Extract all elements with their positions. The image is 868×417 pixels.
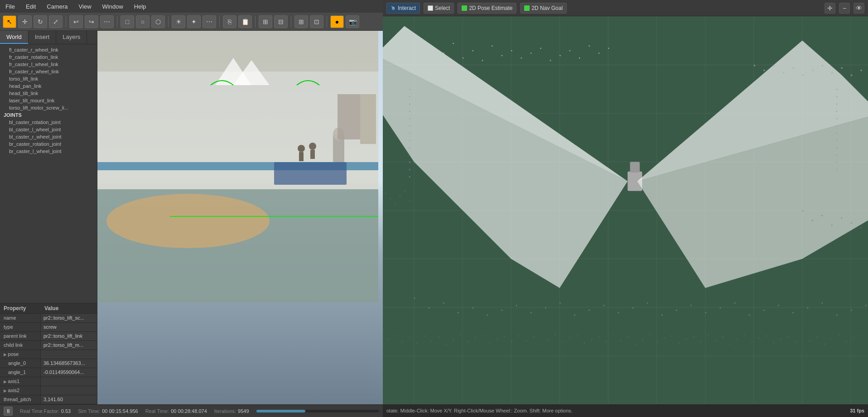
menu-window[interactable]: Window <box>101 2 125 11</box>
svg-rect-73 <box>530 312 531 313</box>
box-btn[interactable]: □ <box>121 15 134 28</box>
sidebar-tabs: World Insert Layers <box>0 31 97 44</box>
menu-edit[interactable]: Edit <box>24 2 38 11</box>
tab-layers[interactable]: Layers <box>56 31 87 44</box>
svg-rect-175 <box>851 222 852 223</box>
select-label: Select <box>435 5 450 11</box>
play-pause-btn[interactable]: ⏸ <box>4 407 13 416</box>
svg-rect-219 <box>802 75 804 76</box>
more-btn[interactable]: ⋯ <box>100 15 114 28</box>
prop-row-pose[interactable]: pose <box>0 350 97 359</box>
tree-item[interactable]: bl_caster_r_wheel_joint <box>0 133 97 140</box>
tree-item[interactable]: laser_tilt_mount_link <box>0 97 97 104</box>
grid-btn[interactable]: ⊞ <box>294 15 308 28</box>
svg-rect-188 <box>409 201 410 201</box>
tree-item[interactable]: bl_caster_rotation_joint <box>0 119 97 126</box>
prop-row-axis2[interactable]: axis2 <box>0 386 97 395</box>
redo-btn[interactable]: ↪ <box>85 15 98 28</box>
prop-row-axis1[interactable]: axis1 <box>0 377 97 386</box>
svg-rect-117 <box>504 336 505 337</box>
screenshot-btn[interactable]: 📷 <box>346 15 359 28</box>
paste-btn[interactable]: 📋 <box>238 15 252 28</box>
rotate-tool-btn[interactable]: ↻ <box>34 15 47 28</box>
svg-rect-157 <box>795 341 796 342</box>
tab-insert[interactable]: Insert <box>29 31 57 44</box>
svg-rect-156 <box>788 336 789 337</box>
svg-rect-172 <box>822 215 823 216</box>
rviz-pose-estimate-btn[interactable]: 2D Pose Estimate <box>458 3 516 14</box>
rviz-3d-view[interactable] <box>383 16 868 404</box>
align-btn[interactable]: ⊞ <box>259 15 272 28</box>
menu-file[interactable]: File <box>4 2 17 11</box>
svg-rect-153 <box>766 336 767 336</box>
svg-rect-67 <box>443 302 444 303</box>
point-light-btn[interactable]: ✦ <box>187 15 201 28</box>
tree-item[interactable]: fl_caster_r_wheel_link <box>0 46 97 53</box>
svg-rect-71 <box>502 310 502 311</box>
copy-btn[interactable]: ⎘ <box>223 15 236 28</box>
select-tool-btn[interactable]: ↖ <box>3 15 16 28</box>
wireframe-btn[interactable]: ⊡ <box>310 15 323 28</box>
tree-item[interactable]: head_pan_link <box>0 82 97 90</box>
rviz-settings-btn[interactable]: 👁 <box>854 3 864 14</box>
svg-rect-220 <box>812 70 813 71</box>
svg-rect-60 <box>569 50 570 51</box>
prop-row-type: type screw <box>0 323 97 332</box>
prop-val-child-link: pr2::torso_lift_m... <box>41 341 97 350</box>
rviz-nav-goal-btn[interactable]: 2D Nav Goal <box>520 3 567 14</box>
svg-rect-87 <box>734 302 735 303</box>
tree-item[interactable]: fr_caster_l_wheel_link <box>0 61 97 68</box>
nav-goal-label: 2D Nav Goal <box>531 5 563 11</box>
rviz-interact-btn[interactable]: 🖱 Interact <box>386 3 420 14</box>
svg-rect-130 <box>598 336 599 337</box>
svg-rect-45 <box>424 55 424 56</box>
tree-item[interactable]: fr_caster_rotation_link <box>0 53 97 61</box>
menu-camera[interactable]: Camera <box>45 2 69 11</box>
svg-rect-131 <box>606 341 607 342</box>
prop-row-parent-link: parent link pr2::torso_lift_link <box>0 332 97 341</box>
tree-item[interactable]: bl_caster_l_wheel_joint <box>0 126 97 133</box>
rviz-select-btn[interactable]: Select <box>424 3 454 14</box>
svg-rect-150 <box>744 334 745 335</box>
tab-world[interactable]: World <box>0 31 29 44</box>
light-btn[interactable]: ☀ <box>172 15 185 28</box>
rtf-status: Real Time Factor: 0.53 <box>20 408 71 414</box>
svg-rect-93 <box>822 302 823 303</box>
svg-rect-192 <box>409 111 410 112</box>
prop-val-type: screw <box>41 323 97 331</box>
tree-item[interactable]: torso_lift_motor_screw_li... <box>0 104 97 111</box>
scale-tool-btn[interactable]: ⤢ <box>49 15 63 28</box>
svg-rect-176 <box>861 227 862 228</box>
record-btn[interactable]: ● <box>330 15 344 28</box>
tree-item[interactable]: br_caster_rotation_joint <box>0 140 97 148</box>
svg-rect-85 <box>705 312 706 313</box>
tree-item[interactable]: br_caster_l_wheel_joint <box>0 148 97 155</box>
svg-rect-41 <box>390 45 391 46</box>
sphere-btn[interactable]: ○ <box>136 15 149 28</box>
svg-rect-118 <box>511 341 512 342</box>
svg-rect-218 <box>793 67 794 68</box>
tree-item[interactable]: torso_lift_link <box>0 75 97 82</box>
svg-rect-201 <box>409 177 410 177</box>
gazebo-viewport[interactable] <box>97 31 383 404</box>
snap-btn[interactable]: ⊟ <box>274 15 288 28</box>
menu-help[interactable]: Help <box>132 2 148 11</box>
prop-col-value: Value <box>41 303 97 313</box>
rviz-remove-btn[interactable]: − <box>839 3 850 14</box>
svg-rect-215 <box>763 70 765 71</box>
svg-rect-151 <box>751 341 752 342</box>
properties-panel: Property Value name pr2::torso_lift_sc..… <box>0 303 97 404</box>
svg-rect-197 <box>409 147 410 148</box>
svg-rect-84 <box>691 305 692 306</box>
tree-item[interactable]: head_tilt_link <box>0 90 97 97</box>
menu-view[interactable]: View <box>77 2 93 11</box>
rviz-add-btn[interactable]: ✛ <box>825 3 835 14</box>
tree-item[interactable]: fr_caster_r_wheel_link <box>0 68 97 75</box>
svg-rect-91 <box>793 312 794 313</box>
undo-btn[interactable]: ↩ <box>69 15 83 28</box>
spot-light-btn[interactable]: ⋯ <box>203 15 216 28</box>
prop-val-angle0: 36.13468567363... <box>41 359 97 368</box>
svg-rect-111 <box>460 334 461 335</box>
cylinder-btn[interactable]: ⬡ <box>151 15 165 28</box>
translate-tool-btn[interactable]: ✛ <box>18 15 32 28</box>
